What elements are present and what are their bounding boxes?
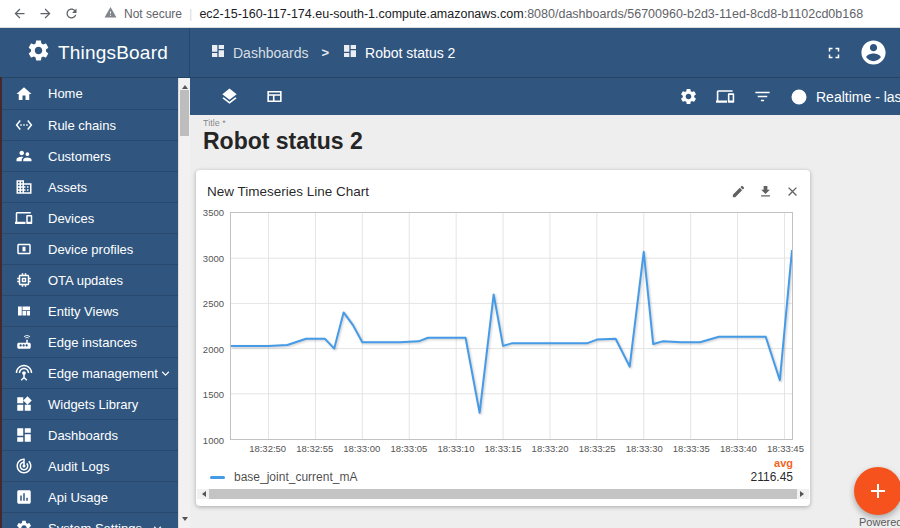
chart-legend: avg base_joint_current_mA 2116.45 [196, 456, 810, 484]
sidebar-item-rule-chains[interactable]: Rule chains [0, 109, 178, 140]
sidebar-item-label: Rule chains [48, 118, 116, 133]
scroll-down-arrow[interactable] [182, 517, 188, 524]
screen-edge-strip [0, 77, 2, 528]
sidebar-item-customers[interactable]: Customers [0, 140, 178, 171]
not-secure-warning-icon[interactable] [104, 5, 117, 23]
url-divider: | [189, 6, 192, 21]
timeseries-plot [230, 212, 793, 440]
x-tick-label: 18:33:45 [755, 443, 810, 454]
legend-series-toggle[interactable]: base_joint_current_mA [210, 470, 357, 484]
thingsboard-gear-icon [26, 38, 51, 67]
page-url[interactable]: ec2-15-160-117-174.eu-south-1.compute.am… [199, 7, 863, 21]
system-settings-icon [15, 519, 33, 528]
home-icon [15, 85, 33, 103]
sidebar-item-label: Entity Views [48, 304, 119, 319]
sidebar-item-label: Devices [48, 211, 94, 226]
y-tick-label: 1000 [196, 435, 224, 446]
scroll-right-arrow[interactable] [800, 491, 807, 497]
dashboard-toolbar: Realtime - last minute [190, 77, 900, 115]
sidebar-item-dashboards[interactable]: Dashboards [0, 419, 178, 450]
breadcrumb: Dashboards > Robot status 2 [210, 43, 455, 63]
widget-actions [731, 184, 800, 199]
sidebar-scrollbar[interactable] [178, 78, 190, 528]
sidebar-item-ota-updates[interactable]: OTA updates [0, 264, 178, 295]
plus-icon [866, 479, 890, 503]
sidebar-item-label: Device profiles [48, 242, 133, 257]
sidebar-item-system-settings[interactable]: System Settings [0, 512, 178, 528]
breadcrumb-separator: > [322, 45, 330, 60]
scroll-left-arrow[interactable] [199, 491, 206, 497]
download-widget-button[interactable] [758, 184, 773, 199]
sidebar-item-home[interactable]: Home [0, 78, 178, 109]
devices-icon[interactable] [716, 87, 735, 106]
back-button[interactable] [8, 3, 30, 25]
layers-icon[interactable] [220, 87, 239, 106]
horizontal-scrollbar-thumb[interactable] [209, 489, 797, 499]
rule-chains-icon [15, 116, 33, 134]
audit-logs-icon [15, 457, 33, 475]
sidebar-item-api-usage[interactable]: Api Usage [0, 481, 178, 512]
breadcrumb-current-dashboard: Robot status 2 [365, 45, 455, 61]
sidebar-item-label: Edge instances [48, 335, 137, 350]
account-icon[interactable] [859, 38, 888, 67]
add-widget-fab[interactable] [854, 467, 900, 515]
widget-horizontal-scrollbar[interactable] [197, 489, 809, 499]
timewindow-button[interactable]: Realtime - last minute [790, 88, 900, 106]
customers-icon [15, 147, 33, 165]
sidebar-nav: HomeRule chainsCustomersAssetsDevicesDev… [0, 77, 190, 528]
main-area: Realtime - last minute Title * Robot sta… [190, 77, 900, 528]
dashboard-content: Title * Robot status 2 New Timeseries Li… [190, 115, 900, 528]
device-profiles-icon [15, 240, 33, 258]
security-status-label[interactable]: Not secure [124, 7, 182, 21]
sidebar-item-label: Dashboards [48, 428, 118, 443]
fullscreen-icon[interactable] [825, 44, 843, 62]
edge-management-icon [15, 364, 33, 382]
filter-icon[interactable] [753, 87, 772, 106]
widget-header: New Timeseries Line Chart [196, 170, 810, 212]
sidebar-item-edge-instances[interactable]: Edge instances [0, 326, 178, 357]
sidebar-item-label: Assets [48, 180, 87, 195]
assets-icon [15, 178, 33, 196]
series-color-dash [210, 476, 225, 479]
sidebar-item-assets[interactable]: Assets [0, 171, 178, 202]
powered-by-label: Powered by ThingsBoard [859, 516, 900, 528]
clock-icon [790, 88, 808, 106]
layout-icon[interactable] [265, 87, 284, 106]
sidebar-item-widgets-library[interactable]: Widgets Library [0, 388, 178, 419]
close-widget-button[interactable] [785, 184, 800, 199]
header-actions [825, 38, 900, 67]
browser-toolbar: Not secure | ec2-15-160-117-174.eu-south… [0, 0, 900, 28]
scroll-up-arrow[interactable] [182, 82, 188, 89]
sidebar-item-audit-logs[interactable]: Audit Logs [0, 450, 178, 481]
api-usage-icon [15, 488, 33, 506]
title-field-label: Title * [203, 118, 226, 128]
widget-title: New Timeseries Line Chart [207, 184, 369, 199]
forward-button[interactable] [34, 3, 56, 25]
sidebar-item-label: Home [48, 86, 83, 101]
sidebar-item-label: Api Usage [48, 490, 108, 505]
timeseries-widget-card: New Timeseries Line Chart 10001500200025… [196, 170, 810, 506]
sidebar-item-device-profiles[interactable]: Device profiles [0, 233, 178, 264]
refresh-button[interactable] [60, 3, 82, 25]
entity-views-icon [15, 302, 33, 320]
dashboard-icon [342, 43, 358, 63]
thingsboard-logo[interactable]: ThingsBoard [0, 28, 190, 77]
devices-icon [15, 209, 33, 227]
ota-updates-icon [15, 271, 33, 289]
toolbar-right: Realtime - last minute [679, 78, 900, 115]
sidebar-scrollbar-thumb[interactable] [180, 90, 189, 136]
sidebar-item-devices[interactable]: Devices [0, 202, 178, 233]
y-tick-label: 2000 [196, 344, 224, 355]
chevron-down-icon [150, 521, 165, 528]
breadcrumb-dashboards[interactable]: Dashboards [233, 45, 309, 61]
sidebar-item-edge-management[interactable]: Edge management [0, 357, 178, 388]
sidebar-item-label: Widgets Library [48, 397, 138, 412]
y-tick-label: 1500 [196, 389, 224, 400]
sidebar-item-entity-views[interactable]: Entity Views [0, 295, 178, 326]
dashboard-title[interactable]: Robot status 2 [203, 128, 363, 155]
edit-widget-button[interactable] [731, 184, 746, 199]
settings-icon[interactable] [679, 87, 698, 106]
legend-agg-header: avg [210, 457, 793, 469]
toolbar-left-icons [220, 87, 284, 106]
address-bar[interactable]: Not secure | ec2-15-160-117-174.eu-south… [104, 5, 892, 23]
